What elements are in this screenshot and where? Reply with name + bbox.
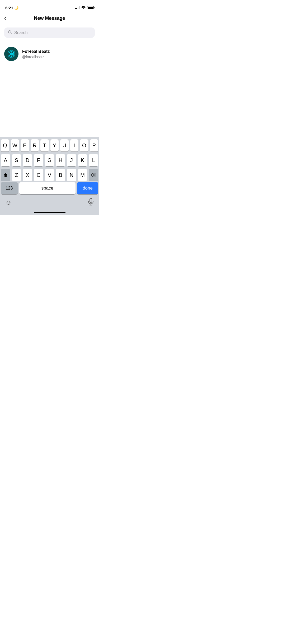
key-x[interactable]: X [23,169,32,181]
key-r[interactable]: R [31,139,39,151]
key-c[interactable]: C [34,169,43,181]
number-key[interactable]: 123 [1,182,18,194]
key-p[interactable]: P [90,139,98,151]
time-display: 6:21 [5,6,13,10]
delete-key[interactable] [89,169,98,181]
search-container: Search [0,25,99,40]
signal-bar-4 [79,6,80,9]
keyboard-row-3: Z X C V B N M [1,169,98,181]
svg-rect-12 [90,198,92,203]
signal-icon [75,6,80,9]
key-y[interactable]: Y [50,139,59,151]
key-m[interactable]: M [78,169,87,181]
key-k[interactable]: K [78,154,87,166]
status-bar: 6:21 🌙 [0,0,99,12]
microphone-key[interactable] [88,198,94,207]
key-o[interactable]: O [80,139,88,151]
key-b[interactable]: B [56,169,65,181]
status-time: 6:21 🌙 [5,6,18,10]
search-placeholder: Search [14,30,28,35]
page-title: New Message [34,16,65,21]
battery-icon [87,6,94,9]
home-bar [34,212,65,213]
keyboard: Q W E R T Y U I O P A S D F G H J K L [0,137,99,215]
key-e[interactable]: E [21,139,29,151]
back-button[interactable]: ‹ [4,15,6,22]
key-h[interactable]: H [56,154,65,166]
home-indicator [0,210,99,215]
key-n[interactable]: N [67,169,76,181]
battery-fill [88,7,93,9]
moon-icon: 🌙 [14,6,18,10]
contact-name: Fo'Real Beatz [22,49,50,54]
contact-info: Fo'Real Beatz @forealbeatz [22,49,50,59]
key-u[interactable]: U [60,139,69,151]
key-d[interactable]: D [23,154,32,166]
list-item[interactable]: Fo'Real Beatz @forealbeatz [4,45,95,63]
wifi-icon [81,6,86,10]
space-key[interactable]: space [19,182,76,194]
keyboard-rows: Q W E R T Y U I O P A S D F G H J K L [0,137,99,182]
status-right-icons [75,6,94,10]
search-bar[interactable]: Search [4,27,95,38]
key-l[interactable]: L [89,154,98,166]
keyboard-bottom-row: 123 space done [0,182,99,194]
svg-line-1 [11,33,12,34]
contact-list: Fo'Real Beatz @forealbeatz [0,40,99,63]
key-z[interactable]: Z [12,169,21,181]
key-a[interactable]: A [1,154,10,166]
key-t[interactable]: T [40,139,49,151]
key-q[interactable]: Q [1,139,9,151]
contact-handle: @forealbeatz [22,55,50,59]
keyboard-accessory: ☺ [0,195,99,210]
nav-bar: ‹ New Message [0,12,99,25]
signal-bar-2 [76,8,77,9]
emoji-key[interactable]: ☺ [5,199,12,206]
key-g[interactable]: G [45,154,54,166]
signal-bar-3 [78,7,78,9]
keyboard-row-2: A S D F G H J K L [1,154,98,166]
key-i[interactable]: I [70,139,79,151]
key-j[interactable]: J [67,154,76,166]
shift-key[interactable] [1,169,10,181]
key-v[interactable]: V [45,169,54,181]
svg-marker-9 [3,173,8,177]
signal-bar-1 [75,8,76,9]
key-w[interactable]: W [11,139,19,151]
search-icon [8,30,12,35]
done-key[interactable]: done [77,182,98,194]
keyboard-row-1: Q W E R T Y U I O P [1,139,98,151]
key-s[interactable]: S [12,154,21,166]
avatar [4,47,18,61]
key-f[interactable]: F [34,154,43,166]
